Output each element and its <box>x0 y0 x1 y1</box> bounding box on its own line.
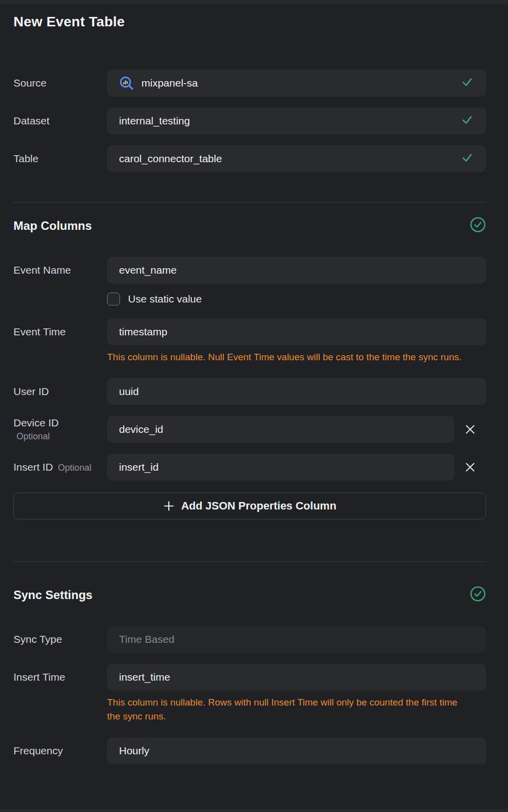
table-select[interactable]: carol_connector_table <box>107 145 486 172</box>
source-value: mixpanel-sa <box>141 77 198 89</box>
insert-id-label: Insert ID Optional <box>13 461 107 473</box>
device-id-row: Device ID Optional device_id <box>13 416 486 443</box>
insert-time-value: insert_time <box>119 671 170 683</box>
section-divider <box>13 202 486 203</box>
event-time-row: Event Time timestamp <box>13 318 486 345</box>
table-label: Table <box>13 153 107 165</box>
sync-settings-heading: Sync Settings <box>13 588 93 602</box>
device-id-label: Device ID Optional <box>13 417 107 442</box>
insert-id-select[interactable]: insert_id <box>107 454 454 481</box>
source-select[interactable]: mixpanel-sa <box>107 70 486 97</box>
frequency-value: Hourly <box>119 745 149 757</box>
insert-time-label: Insert Time <box>13 671 107 683</box>
bottom-edge-surface <box>0 809 508 812</box>
dataset-value: internal_testing <box>119 115 190 127</box>
valid-check-icon <box>461 152 473 166</box>
use-static-value-checkbox[interactable] <box>107 293 120 305</box>
section-complete-icon <box>470 586 486 604</box>
user-id-row: User ID uuid <box>13 378 486 405</box>
source-label: Source <box>13 77 107 89</box>
insert-time-nullable-warning: This column is nullable. Rows with null … <box>107 696 471 723</box>
frequency-select[interactable]: Hourly <box>107 737 486 764</box>
insert-id-row: Insert ID Optional insert_id <box>13 454 486 481</box>
event-time-label: Event Time <box>13 326 107 338</box>
insert-time-select[interactable]: insert_time <box>107 664 486 691</box>
valid-check-icon <box>461 77 473 90</box>
insert-time-row: Insert Time insert_time <box>13 664 486 691</box>
bigquery-logo-icon <box>119 76 134 91</box>
source-row: Source mixpanel-sa <box>13 70 486 97</box>
sync-settings-header: Sync Settings <box>13 586 486 604</box>
add-json-properties-column-button[interactable]: Add JSON Properties Column <box>13 493 486 519</box>
sync-type-row: Sync Type Time Based <box>13 626 486 653</box>
event-name-select[interactable]: event_name <box>107 257 486 284</box>
map-columns-header: Map Columns <box>13 216 486 235</box>
map-columns-heading: Map Columns <box>13 219 92 233</box>
event-name-label: Event Name <box>13 264 107 276</box>
insert-id-remove-button[interactable] <box>462 459 478 475</box>
frequency-label: Frequency <box>13 745 107 757</box>
dataset-label: Dataset <box>13 115 107 127</box>
event-name-row: Event Name event_name <box>13 257 486 284</box>
table-row: Table carol_connector_table <box>13 145 486 172</box>
dataset-select[interactable]: internal_testing <box>107 107 486 134</box>
event-time-nullable-warning: This column is nullable. Null Event Time… <box>107 350 471 364</box>
page-title: New Event Table <box>13 14 486 30</box>
device-id-value: device_id <box>119 423 163 435</box>
device-id-select[interactable]: device_id <box>107 416 454 443</box>
user-id-label: User ID <box>13 386 107 398</box>
device-id-optional-label: Optional <box>13 431 107 442</box>
use-static-value-label: Use static value <box>128 293 202 305</box>
user-id-select[interactable]: uuid <box>107 378 486 405</box>
insert-id-optional-label: Optional <box>58 463 91 473</box>
table-value: carol_connector_table <box>119 153 222 165</box>
sync-type-label: Sync Type <box>13 633 107 645</box>
event-time-value: timestamp <box>119 326 167 338</box>
event-name-value: event_name <box>119 264 177 276</box>
device-id-remove-button[interactable] <box>462 421 478 437</box>
sync-type-select: Time Based <box>107 626 486 653</box>
insert-id-value: insert_id <box>119 461 158 473</box>
top-edge-surface <box>0 0 508 3</box>
dataset-row: Dataset internal_testing <box>13 107 486 134</box>
event-time-select[interactable]: timestamp <box>107 318 486 345</box>
section-complete-icon <box>470 216 486 235</box>
sync-type-value: Time Based <box>119 633 174 645</box>
frequency-row: Frequency Hourly <box>13 737 486 764</box>
valid-check-icon <box>461 114 473 128</box>
section-divider <box>13 561 486 562</box>
use-static-value-row: Use static value <box>107 293 486 305</box>
new-event-table-form: New Event Table Source mixpanel-sa Datas… <box>0 0 508 764</box>
plus-icon <box>163 501 174 511</box>
user-id-value: uuid <box>119 386 139 398</box>
